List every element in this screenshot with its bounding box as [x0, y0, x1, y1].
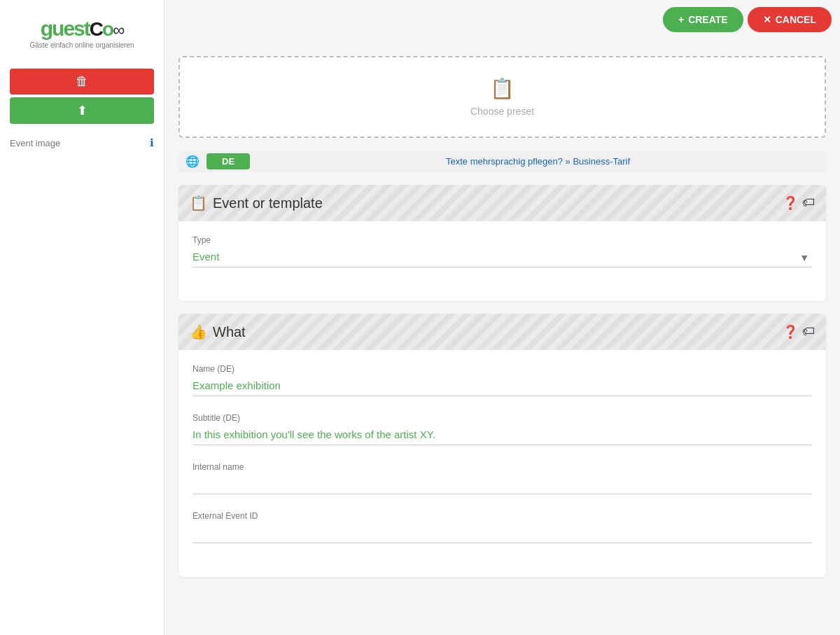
name-input[interactable] [192, 377, 812, 396]
lang-bar: 🌐 DE Texte mehrsprachig pflegen? » Busin… [178, 151, 826, 172]
main-content: 📋 Choose preset 🌐 DE Texte mehrsprachig … [164, 0, 840, 635]
external-id-input[interactable] [192, 524, 812, 543]
cancel-icon: ✕ [763, 14, 771, 25]
delete-button[interactable]: 🗑 [10, 69, 154, 95]
globe-icon: 🌐 [186, 155, 200, 168]
event-template-actions: ❓ 🏷 [783, 195, 815, 211]
business-tarif-link[interactable]: Texte mehrsprachig pflegen? » Business-T… [257, 156, 819, 167]
logo-area: guestCo∞ Gäste einfach online organisier… [0, 0, 164, 64]
event-template-body: Type Event Template ▼ [178, 221, 826, 301]
external-id-label: External Event ID [192, 511, 812, 521]
event-template-title-text: Event or template [213, 195, 323, 211]
preset-card[interactable]: 📋 Choose preset [178, 56, 826, 138]
logo-box: guestCo∞ Gäste einfach online organisier… [10, 13, 154, 55]
create-button[interactable]: + CREATE [663, 7, 743, 32]
what-help-icon[interactable]: ❓ [783, 324, 798, 340]
info-icon[interactable]: ℹ [150, 137, 154, 149]
sidebar: guestCo∞ Gäste einfach online organisier… [0, 0, 164, 635]
name-label: Name (DE) [192, 364, 812, 374]
clipboard-icon: 📋 [190, 195, 207, 211]
header-actions: + CREATE ✕ CANCEL [654, 0, 840, 39]
event-template-section: 📋 Event or template ❓ 🏷 Type Event Templ… [178, 185, 826, 301]
type-field: Type Event Template ▼ [192, 235, 812, 267]
event-image-label: Event image [10, 138, 60, 148]
trash-icon: 🗑 [76, 74, 88, 88]
subtitle-label: Subtitle (DE) [192, 413, 812, 423]
what-body: Name (DE) Subtitle (DE) Internal name Ex… [178, 350, 826, 577]
preset-icon: 📋 [200, 77, 805, 100]
tag-icon[interactable]: 🏷 [802, 195, 815, 211]
cancel-button[interactable]: ✕ CANCEL [748, 7, 832, 32]
preset-label: Choose preset [200, 106, 805, 117]
what-title-text: What [213, 324, 246, 340]
help-icon[interactable]: ❓ [783, 195, 798, 211]
subtitle-field: Subtitle (DE) [192, 413, 812, 445]
thumbsup-icon: 👍 [190, 323, 207, 340]
create-label: CREATE [688, 14, 728, 25]
what-header: 👍 What ❓ 🏷 [178, 314, 826, 350]
internal-name-label: Internal name [192, 462, 812, 472]
internal-name-input[interactable] [192, 475, 812, 494]
subtitle-input[interactable] [192, 426, 812, 445]
what-actions: ❓ 🏷 [783, 324, 815, 340]
what-title: 👍 What [190, 323, 246, 340]
lang-de-button[interactable]: DE [206, 153, 250, 169]
app-layout: guestCo∞ Gäste einfach online organisier… [0, 0, 840, 635]
what-tag-icon[interactable]: 🏷 [802, 324, 815, 340]
cancel-label: CANCEL [776, 14, 816, 25]
upload-button[interactable]: ⬆ [10, 97, 154, 124]
upload-icon: ⬆ [77, 104, 88, 118]
what-section: 👍 What ❓ 🏷 Name (DE) Subtitle (DE) [178, 314, 826, 577]
event-image-row: Event image ℹ [0, 131, 164, 155]
type-select[interactable]: Event Template [192, 248, 812, 267]
type-label: Type [192, 235, 812, 245]
plus-icon: + [678, 14, 684, 25]
event-template-title: 📋 Event or template [190, 195, 323, 211]
name-field: Name (DE) [192, 364, 812, 396]
event-template-header: 📋 Event or template ❓ 🏷 [178, 185, 826, 221]
type-select-wrapper: Event Template ▼ [192, 248, 812, 267]
internal-name-field: Internal name [192, 462, 812, 494]
external-id-field: External Event ID [192, 511, 812, 543]
